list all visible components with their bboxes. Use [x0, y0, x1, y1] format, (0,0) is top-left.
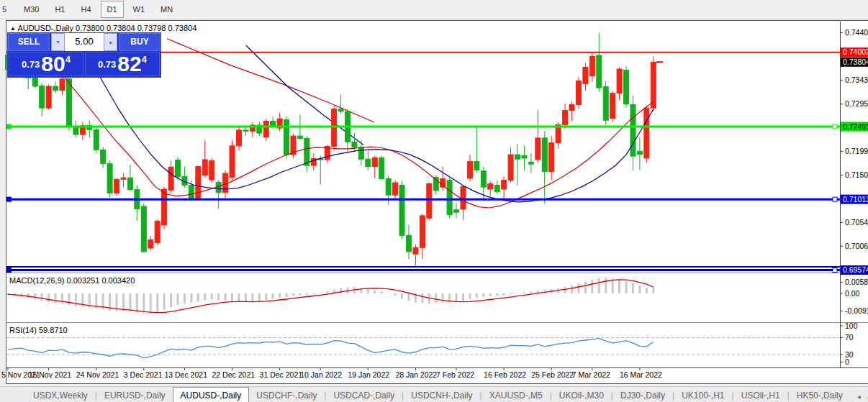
candle-2022-02-09: [467, 162, 472, 178]
candle-2022-02-11: [481, 171, 486, 188]
symbol-tab-bar: USDX,Weekly|EURUSD-,DailyAUDUSD-,DailyUS…: [0, 386, 868, 402]
tab-audusd-daily[interactable]: AUDUSD-,Daily: [173, 387, 250, 402]
candle-2022-01-20: [372, 157, 377, 166]
date-tick-label: 31 Dec 2021: [260, 370, 303, 379]
candle-2022-01-17: [352, 142, 357, 147]
candle-2021-12-23: [236, 130, 241, 146]
price-tick-0.71990: 0.71990: [845, 147, 868, 155]
tab-usdcnh-daily[interactable]: USDCNH-,Daily: [404, 388, 479, 402]
candle-2022-03-09: [603, 87, 608, 121]
volume-decrease-button[interactable]: ▾: [51, 33, 65, 51]
candle-2021-12-06: [148, 239, 153, 248]
price-tick-0.74400: 0.74400: [845, 28, 868, 37]
date-tick-label: 15 Nov 2021: [29, 370, 72, 379]
timeframe-toolbar: 5M30H1H4D1W1MN: [0, 0, 868, 19]
timeframe-button-mn[interactable]: MN: [154, 1, 179, 18]
candle-2022-03-04: [583, 67, 588, 83]
tab-usdcad-daily[interactable]: USDCAD-,Daily: [326, 388, 402, 402]
candle-2022-01-19: [366, 159, 371, 166]
sell-price-display[interactable]: 0.73804: [9, 52, 83, 76]
timeframe-button-h1[interactable]: H1: [48, 1, 71, 18]
candle-2022-02-07: [454, 210, 459, 212]
volume-increase-button[interactable]: ▴: [104, 33, 117, 51]
timeframe-button-w1[interactable]: W1: [127, 1, 152, 18]
tab-uk100-h1[interactable]: UK100-,H1: [674, 388, 731, 402]
candle-2022-01-31: [420, 216, 425, 247]
candle-2022-01-24: [386, 179, 391, 196]
candle-2021-12-29: [263, 122, 268, 137]
candle-2022-01-05: [297, 136, 302, 138]
candle-2021-12-03: [141, 206, 146, 252]
tab-dj30-daily[interactable]: DJ30-,Daily: [613, 388, 672, 402]
tab-xauusd-m5[interactable]: XAUUSD-,M5: [482, 388, 550, 402]
candle-2021-12-17: [209, 160, 214, 180]
candle-2022-03-15: [630, 104, 636, 156]
candle-2022-01-18: [358, 147, 363, 159]
macd-label: MACD(12,26,9) 0.003251 0.003420: [9, 276, 135, 285]
price-line-label-0.71013: 0.71013: [843, 195, 868, 204]
volume-input[interactable]: 5.00: [65, 33, 104, 51]
date-tick-label: 28 Jan 2022: [395, 370, 437, 379]
date-tick-label: 24 Nov 2021: [76, 370, 119, 379]
chart-quote-values: 0.73800 0.73804 0.73798 0.73804: [76, 24, 196, 32]
date-tick-label: 16 Feb 2022: [484, 370, 526, 379]
candle-2022-02-22: [528, 162, 533, 164]
candle-2021-12-10: [176, 160, 181, 177]
price-line-label-0.74002: 0.74002: [843, 47, 868, 56]
tab-usdx-weekly[interactable]: USDX,Weekly: [26, 388, 95, 402]
candle-2021-11-18: [66, 79, 71, 127]
timeframe-button-h4[interactable]: H4: [74, 1, 97, 18]
candle-2022-03-02: [569, 104, 574, 110]
price-line-label-0.72491: 0.72491: [843, 122, 868, 131]
candle-2021-11-24: [94, 129, 99, 150]
tab-hk50-daily[interactable]: HK50-,Daily: [790, 388, 850, 402]
price-tick-0.73430: 0.73430: [845, 76, 868, 84]
candle-2022-03-14: [624, 70, 629, 104]
price-tick-0.71500: 0.71500: [845, 170, 868, 179]
candle-2021-11-15: [46, 86, 51, 108]
date-tick-label: 25 Feb 2022: [531, 370, 574, 379]
candle-2021-11-30: [121, 178, 126, 179]
price-line-label-0.73804: 0.73804: [843, 58, 868, 66]
timeframe-button-d1[interactable]: D1: [101, 1, 124, 18]
candle-2021-12-22: [230, 146, 235, 178]
tab-usoil-h1[interactable]: USOil-,H1: [734, 388, 787, 402]
tab-scroll-left-icon[interactable]: ◂: [857, 393, 861, 401]
macd-tick-0.00585: 0.00585: [845, 278, 868, 286]
candle-2021-11-19: [73, 127, 78, 134]
candle-2022-03-10: [610, 93, 615, 119]
candle-2022-03-18: [651, 63, 656, 109]
candle-2021-12-14: [189, 186, 194, 198]
price-tick-0.70060: 0.70060: [845, 242, 868, 250]
candle-2021-11-26: [107, 163, 112, 193]
candle-2022-01-21: [379, 157, 384, 178]
candle-2022-01-27: [406, 235, 411, 252]
chart-symbol-label: AUDUSD-,Daily: [17, 24, 73, 32]
chart-title: ▲ AUDUSD-,Daily 0.73800 0.73804 0.73798 …: [10, 24, 196, 32]
chevron-up-icon[interactable]: ▲: [10, 25, 16, 32]
date-tick-label: 3 Dec 2021: [124, 370, 163, 379]
date-tick-label: 22 Dec 2021: [212, 370, 256, 379]
buy-button[interactable]: BUY: [119, 33, 161, 51]
one-click-trade-panel: SELL ▾ 5.00 ▴ BUY 0.73804 0.73824: [7, 32, 161, 78]
date-tick-label: 19 Jan 2022: [348, 370, 389, 379]
timeframe-button-m30[interactable]: M30: [17, 1, 45, 18]
timeframe-button-5[interactable]: 5: [0, 1, 14, 18]
candle-2021-11-12: [40, 86, 45, 108]
tab-ukoil-m30[interactable]: UKOil-,M30: [552, 388, 611, 402]
candle-2022-02-04: [447, 181, 452, 215]
candle-2022-02-17: [508, 155, 513, 181]
candle-2021-12-30: [271, 122, 276, 127]
candle-2022-02-15: [494, 186, 499, 192]
candle-2022-02-10: [474, 162, 479, 170]
candle-2022-02-21: [522, 155, 527, 157]
tab-eurusd-daily[interactable]: EURUSD-,Daily: [97, 388, 173, 402]
candle-2022-02-24: [542, 138, 547, 172]
candle-2021-12-24: [243, 130, 248, 131]
candle-2022-03-17: [644, 108, 649, 158]
buy-price-display[interactable]: 0.73824: [85, 52, 160, 76]
sell-button[interactable]: SELL: [8, 33, 50, 51]
candle-2021-11-29: [114, 179, 119, 193]
rsi-tick-100: 100: [845, 321, 858, 330]
tab-usdchf-daily[interactable]: USDCHF-,Daily: [249, 388, 324, 402]
